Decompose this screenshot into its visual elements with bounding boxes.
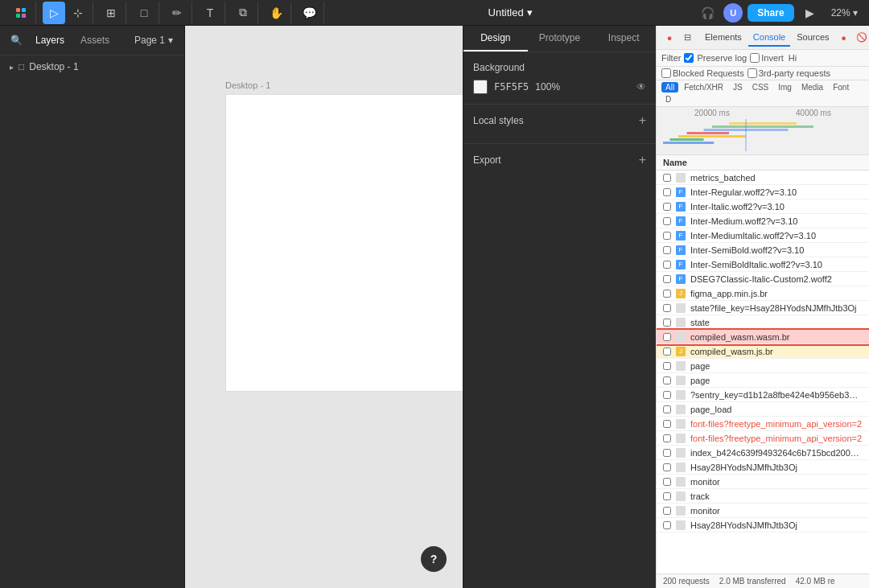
network-item[interactable]: state xyxy=(657,315,869,330)
network-item-checkbox[interactable] xyxy=(663,203,671,211)
network-item-checkbox[interactable] xyxy=(663,188,671,196)
blocked-requests-checkbox[interactable] xyxy=(661,68,671,78)
audio-button[interactable]: 🎧 xyxy=(696,2,719,24)
filter-js-tab[interactable]: JS xyxy=(729,82,747,93)
network-item[interactable]: FInter-SemiBold.woff2?v=3.10 xyxy=(657,243,869,257)
text-tool-button[interactable]: T xyxy=(199,2,221,24)
document-title[interactable]: Untitled ▾ xyxy=(484,5,537,20)
page-selector[interactable]: Page 1 ▾ xyxy=(130,33,178,47)
network-item[interactable]: Jfigma_app.min.js.br xyxy=(657,286,869,301)
network-item-checkbox[interactable] xyxy=(663,290,671,298)
devtools-close-icon[interactable]: ● xyxy=(661,30,677,46)
filter-all-tab[interactable]: All xyxy=(661,82,678,93)
color-swatch[interactable] xyxy=(473,80,488,94)
network-item[interactable]: font-files?freetype_minimum_api_version=… xyxy=(657,417,869,431)
network-item-checkbox[interactable] xyxy=(663,304,671,312)
network-item[interactable]: state?file_key=Hsay28HYodsNJMfhJtb3Oj xyxy=(657,301,869,315)
network-item[interactable]: Hsay28HYodsNJMfhJtb3Oj xyxy=(657,518,869,532)
network-item-checkbox[interactable] xyxy=(663,319,671,327)
search-icon[interactable]: 🔍 xyxy=(6,31,26,50)
inspect-tab[interactable]: Inspect xyxy=(591,26,656,51)
design-tab[interactable]: Design xyxy=(463,26,528,51)
filter-media-tab[interactable]: Media xyxy=(797,82,827,93)
filter-css-tab[interactable]: CSS xyxy=(748,82,773,93)
network-item[interactable]: monitor xyxy=(657,504,869,518)
network-item-checkbox[interactable] xyxy=(663,492,671,500)
component-tool-button[interactable]: ⧉ xyxy=(232,2,254,24)
devtools-console-tab[interactable]: Console xyxy=(748,29,790,47)
network-item[interactable]: FInter-SemiBoldItalic.woff2?v=3.10 xyxy=(657,257,869,272)
help-button[interactable]: ? xyxy=(421,546,447,572)
devtools-sources-tab[interactable]: Sources xyxy=(792,29,834,47)
play-button[interactable]: ▶ xyxy=(799,2,822,24)
network-item-checkbox[interactable] xyxy=(663,449,671,457)
devtools-elements-tab[interactable]: Elements xyxy=(700,29,747,47)
network-item[interactable]: FInter-Italic.woff2?v=3.10 xyxy=(657,199,869,214)
network-item[interactable]: Jcompiled_wasm.js.br xyxy=(657,344,869,359)
network-item-checkbox[interactable] xyxy=(663,391,671,399)
canvas[interactable]: Desktop - 1 ? xyxy=(185,26,463,588)
network-item-checkbox[interactable] xyxy=(663,217,671,225)
share-button[interactable]: Share xyxy=(748,4,793,22)
network-item-checkbox[interactable] xyxy=(663,333,671,341)
network-item[interactable]: page xyxy=(657,373,869,388)
network-item-checkbox[interactable] xyxy=(663,478,671,486)
network-item[interactable]: page xyxy=(657,359,869,373)
shape-tool-button[interactable]: □ xyxy=(133,2,155,24)
network-item-checkbox[interactable] xyxy=(663,434,671,442)
zoom-control[interactable]: 22% ▾ xyxy=(826,6,863,20)
filter-doc-tab[interactable]: D xyxy=(661,94,675,105)
filter-img-tab[interactable]: Img xyxy=(774,82,796,93)
select-tool-button[interactable]: ▷ xyxy=(43,2,65,24)
network-item-checkbox[interactable] xyxy=(663,521,671,529)
network-item[interactable]: FInter-MediumItalic.woff2?v=3.10 xyxy=(657,228,869,243)
move-tool-button[interactable]: ⊹ xyxy=(67,2,89,24)
third-party-checkbox[interactable] xyxy=(748,68,757,78)
network-item-checkbox[interactable] xyxy=(663,362,671,370)
layer-item-desktop[interactable]: ▸ □ Desktop - 1 xyxy=(0,59,184,75)
network-item-checkbox[interactable] xyxy=(663,507,671,515)
bg-opacity-value: 100% xyxy=(535,81,560,93)
figma-menu-button[interactable] xyxy=(10,2,32,24)
network-item[interactable]: FInter-Medium.woff2?v=3.10 xyxy=(657,214,869,228)
network-item[interactable]: index_b424c639f9493264c6b715bcd20020b xyxy=(657,446,869,460)
network-list[interactable]: metrics_batchedFInter-Regular.woff2?v=3.… xyxy=(657,171,869,574)
network-item[interactable]: FInter-Regular.woff2?v=3.10 xyxy=(657,185,869,199)
prototype-tab[interactable]: Prototype xyxy=(528,26,592,51)
layers-tab[interactable]: Layers xyxy=(29,31,71,49)
filter-fetch-tab[interactable]: Fetch/XHR xyxy=(680,82,727,93)
invert-checkbox[interactable] xyxy=(750,53,760,63)
pen-tool-button[interactable]: ✏ xyxy=(166,2,188,24)
network-item[interactable]: compiled_wasm.wasm.br xyxy=(657,330,869,344)
network-item-checkbox[interactable] xyxy=(663,420,671,428)
network-item[interactable]: monitor xyxy=(657,475,869,489)
local-styles-add-button[interactable]: + xyxy=(639,114,646,127)
network-item[interactable]: Hsay28HYodsNJMfhJtb3Oj xyxy=(657,460,869,475)
network-item-checkbox[interactable] xyxy=(663,376,671,384)
network-item[interactable]: ?sentry_key=d1b12a8fbe424e4b956eb33ca xyxy=(657,388,869,402)
network-item[interactable]: font-files?freetype_minimum_api_version=… xyxy=(657,431,869,446)
hand-tool-button[interactable]: ✋ xyxy=(265,2,287,24)
network-item[interactable]: FDSEG7Classic-Italic-Custom2.woff2 xyxy=(657,272,869,286)
network-item-checkbox[interactable] xyxy=(663,347,671,356)
clear-icon[interactable]: 🚫 xyxy=(854,30,869,46)
record-icon[interactable]: ● xyxy=(836,30,852,46)
network-item-checkbox[interactable] xyxy=(663,275,671,283)
eye-icon[interactable]: 👁 xyxy=(636,81,646,93)
devtools-dock-icon[interactable]: ⊟ xyxy=(679,30,695,46)
network-item-checkbox[interactable] xyxy=(663,405,671,413)
network-item[interactable]: metrics_batched xyxy=(657,171,869,185)
network-item[interactable]: track xyxy=(657,489,869,504)
export-add-button[interactable]: + xyxy=(639,154,646,167)
network-item-checkbox[interactable] xyxy=(663,232,671,240)
network-item[interactable]: page_load xyxy=(657,402,869,417)
frame-tool-button[interactable]: ⊞ xyxy=(100,2,122,24)
network-item-checkbox[interactable] xyxy=(663,246,671,254)
assets-tab[interactable]: Assets xyxy=(74,31,116,49)
preserve-log-checkbox[interactable] xyxy=(684,53,694,63)
filter-font-tab[interactable]: Font xyxy=(829,82,853,93)
network-item-checkbox[interactable] xyxy=(663,261,671,269)
network-item-checkbox[interactable] xyxy=(663,174,671,182)
network-item-checkbox[interactable] xyxy=(663,463,671,471)
comment-tool-button[interactable]: 💬 xyxy=(298,2,320,24)
